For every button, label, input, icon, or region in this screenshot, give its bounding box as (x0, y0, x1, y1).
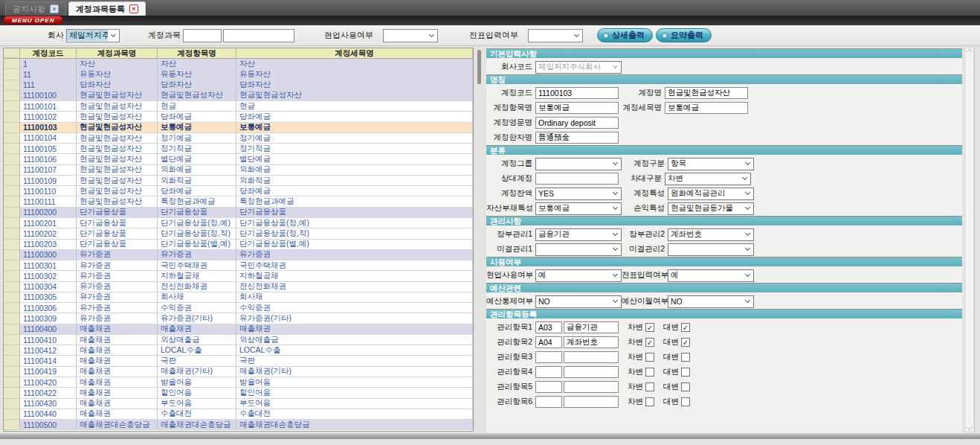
slip-entry-select[interactable]: 예 (668, 269, 754, 282)
slip-entry-select[interactable] (528, 29, 583, 42)
account-code-input[interactable] (535, 87, 619, 99)
menu-open-button[interactable]: MENU OPEN (3, 16, 63, 25)
row-selector[interactable] (4, 59, 20, 69)
field-use-select[interactable]: 예 (535, 269, 622, 282)
row-selector[interactable] (4, 154, 20, 164)
row-selector[interactable] (4, 345, 20, 356)
account-group-select[interactable] (535, 158, 622, 170)
tab-inactive[interactable]: 공지사항× (5, 1, 66, 16)
table-row[interactable]: 11100302유가증권지하철공채지하철공채 (4, 271, 473, 281)
mgmt-item-6-code-input[interactable] (535, 396, 562, 408)
row-selector[interactable] (4, 228, 20, 239)
row-selector[interactable] (4, 292, 20, 303)
scroll-up-icon[interactable] (967, 49, 973, 55)
book-mgmt-1-select[interactable]: 금융기관 (535, 228, 622, 241)
pending-mgmt-1-select[interactable] (535, 243, 622, 256)
mgmt-item-4-credit-checkbox[interactable] (681, 368, 690, 377)
table-row[interactable]: 11100300유가증권유가증권유가증권 (4, 250, 473, 260)
mgmt-item-4-code-input[interactable] (535, 366, 562, 378)
mgmt-item-2-debit-checkbox[interactable]: ✓ (645, 338, 654, 347)
budget-carryover-select[interactable]: NO (668, 295, 754, 308)
account-item-name-input[interactable] (535, 102, 619, 114)
table-row[interactable]: 11100309유가증권유가증권(기타)유가증권(기타) (4, 313, 473, 324)
table-row[interactable]: 11100201단기금융상품단기금융상품(정,예)단기금융상품(정,예) (4, 218, 473, 228)
row-selector[interactable] (4, 271, 20, 281)
account-balance-select[interactable]: YES (535, 188, 622, 200)
table-row[interactable]: 11100102현금및현금성자산당좌예금당좌예금 (4, 112, 473, 122)
table-row[interactable]: 11100110현금및현금성자산당좌예금당좌예금 (4, 186, 473, 196)
table-row[interactable]: 11100101현금및현금성자산현금현금 (4, 101, 473, 112)
row-selector[interactable] (4, 165, 20, 176)
account-english-name-input[interactable] (535, 117, 619, 129)
account-attribute-select[interactable]: 원화예적금관리 (668, 188, 754, 200)
row-selector[interactable] (4, 69, 20, 80)
table-row[interactable]: 11100440매출채권수출대전수출대전 (4, 409, 473, 420)
row-selector[interactable] (4, 282, 20, 292)
book-mgmt-2-select[interactable]: 계좌번호 (668, 228, 754, 241)
mgmt-item-5-code-input[interactable] (535, 381, 562, 393)
asset-liability-attribute-select[interactable]: 보통예금 (535, 202, 622, 215)
row-selector[interactable] (4, 144, 20, 154)
mgmt-item-4-debit-checkbox[interactable] (645, 368, 654, 377)
table-row[interactable]: 11100109현금및현금성자산외화적금외화적금 (4, 176, 473, 186)
mgmt-item-1-code-input[interactable] (535, 321, 562, 333)
mgmt-item-5-credit-checkbox[interactable] (681, 382, 690, 391)
mgmt-item-5-debit-checkbox[interactable] (645, 382, 654, 391)
tab-close-icon[interactable]: × (50, 4, 59, 13)
mgmt-item-4-name-input[interactable] (564, 366, 619, 378)
table-row[interactable]: 11100106현금및현금성자산별단예금별단예금 (4, 154, 473, 164)
counter-account-input[interactable] (535, 173, 619, 185)
row-selector[interactable] (4, 176, 20, 186)
panel-scrollbar[interactable] (965, 48, 974, 432)
summary-print-button[interactable]: 요약출력 (656, 28, 712, 42)
row-selector[interactable] (4, 388, 20, 398)
table-row[interactable]: 11100203단기금융상품단기금융상품(별,예)단기금융상품(별,예) (4, 240, 473, 250)
table-row[interactable]: 11100202단기금융상품단기금융상품(정,적)단기금융상품(정,적) (4, 228, 473, 239)
row-selector[interactable] (4, 218, 20, 228)
row-selector[interactable] (4, 101, 20, 112)
row-selector[interactable] (4, 123, 20, 133)
mgmt-item-1-debit-checkbox[interactable]: ✓ (645, 323, 654, 332)
row-selector[interactable] (4, 313, 20, 324)
row-selector[interactable] (4, 208, 20, 218)
row-selector[interactable] (4, 196, 20, 207)
table-row[interactable]: 11100304유가증권전신전화채권전신전화채권 (4, 282, 473, 292)
row-selector[interactable] (4, 80, 20, 91)
row-selector[interactable] (4, 186, 20, 196)
mgmt-item-3-name-input[interactable] (564, 351, 619, 363)
account-name-filter-input[interactable] (223, 29, 294, 42)
mgmt-item-3-debit-checkbox[interactable] (645, 353, 654, 362)
table-row[interactable]: 11100111현금및현금성자산특정현금과예금특정현금과예금 (4, 196, 473, 207)
mgmt-item-2-code-input[interactable] (535, 336, 562, 348)
table-row[interactable]: 1자산자산자산 (4, 59, 473, 69)
mgmt-item-6-credit-checkbox[interactable] (681, 397, 690, 406)
table-row[interactable]: 11100305유가증권회사채회사채 (4, 292, 473, 303)
table-scrollbar-thumb[interactable] (477, 50, 481, 84)
pending-mgmt-2-select[interactable] (668, 243, 754, 256)
row-selector[interactable] (4, 335, 20, 345)
mgmt-item-2-name-input[interactable] (564, 336, 619, 348)
mgmt-item-6-debit-checkbox[interactable] (645, 397, 654, 406)
table-row[interactable]: 11100422매출채권할인어음할인어음 (4, 388, 473, 398)
row-selector[interactable] (4, 377, 20, 388)
table-row[interactable]: 11유동자산유동자산유동자산 (4, 69, 473, 80)
table-scrollbar[interactable] (474, 48, 484, 439)
table-row[interactable]: 11100430매출채권부도어음부도어음 (4, 399, 473, 409)
company-select[interactable]: 제일저지주식회사 (66, 29, 120, 42)
row-selector[interactable] (4, 133, 20, 144)
table-row[interactable]: 11100104현금및현금성자산정기예금정기예금 (4, 133, 473, 144)
row-selector[interactable] (4, 420, 20, 430)
row-selector[interactable] (4, 399, 20, 409)
table-row[interactable]: 11100105현금및현금성자산정기적금정기적금 (4, 144, 473, 154)
profit-loss-attribute-select[interactable]: 현금및현금등가물 (668, 202, 754, 215)
table-row[interactable]: 11100103현금및현금성자산보통예금보통예금 (4, 123, 473, 133)
row-selector[interactable] (4, 260, 20, 271)
row-selector[interactable] (4, 250, 20, 260)
row-selector[interactable] (4, 91, 20, 101)
mgmt-item-1-credit-checkbox[interactable]: ✓ (681, 323, 690, 332)
table-row[interactable]: 11100414매출채권국판국판 (4, 356, 473, 366)
field-use-select[interactable] (383, 29, 438, 42)
scroll-down-icon[interactable] (967, 424, 973, 430)
table-row[interactable]: 11100100현금및현금성자산현금및현금성자산현금및현금성자산 (4, 91, 473, 101)
account-name-input[interactable] (665, 87, 748, 99)
